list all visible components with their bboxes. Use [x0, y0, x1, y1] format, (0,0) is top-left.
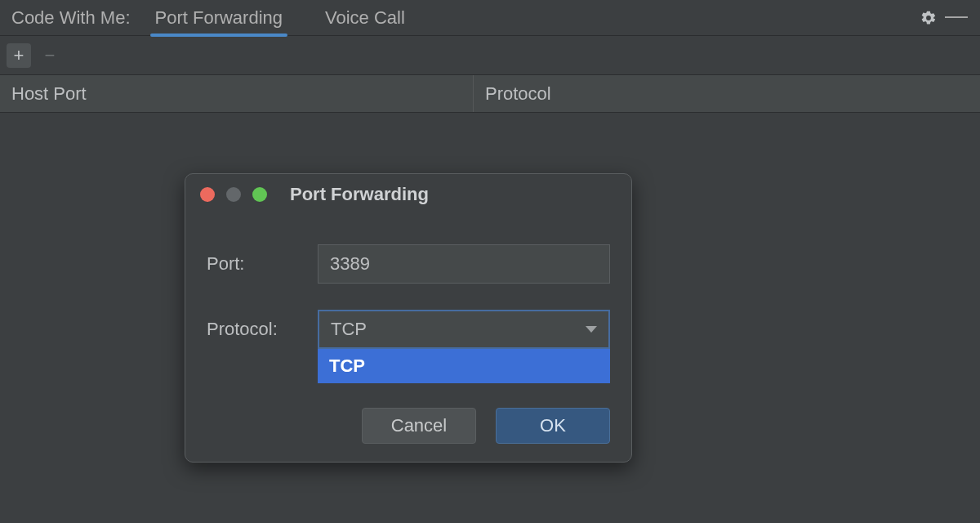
- minus-icon: −: [45, 45, 56, 66]
- add-button[interactable]: +: [7, 43, 31, 68]
- protocol-option-tcp[interactable]: TCP: [318, 349, 610, 383]
- close-icon[interactable]: [200, 187, 215, 202]
- tab-voice-call[interactable]: Voice Call: [320, 0, 410, 36]
- port-table-header: Host Port Protocol: [0, 75, 980, 113]
- minimize-icon[interactable]: [226, 187, 241, 202]
- port-row: Port:: [185, 244, 631, 284]
- remove-button[interactable]: −: [38, 43, 62, 68]
- column-host-port[interactable]: Host Port: [0, 75, 474, 112]
- port-input[interactable]: [318, 244, 610, 284]
- chevron-down-icon: [586, 326, 597, 333]
- protocol-select[interactable]: TCP TCP: [318, 310, 610, 349]
- protocol-label: Protocol:: [207, 319, 318, 340]
- dialog-title: Port Forwarding: [290, 184, 429, 205]
- column-protocol[interactable]: Protocol: [474, 75, 980, 112]
- port-forwarding-toolbar: + −: [0, 36, 980, 75]
- dialog-buttons: Cancel OK: [185, 408, 631, 444]
- port-label: Port:: [207, 253, 318, 275]
- hide-icon[interactable]: —: [942, 4, 970, 32]
- dialog-titlebar: Port Forwarding: [185, 174, 631, 215]
- tool-window-tabs: Code With Me: Port Forwarding Voice Call…: [0, 0, 980, 36]
- protocol-row: Protocol: TCP TCP: [185, 310, 631, 349]
- protocol-select-value: TCP: [331, 319, 367, 340]
- tab-port-forwarding[interactable]: Port Forwarding: [150, 0, 288, 36]
- cancel-button[interactable]: Cancel: [362, 408, 476, 444]
- port-forwarding-dialog: Port Forwarding Port: Protocol: TCP TCP …: [185, 173, 632, 463]
- tool-window-title: Code With Me:: [11, 7, 131, 29]
- ok-button[interactable]: OK: [496, 408, 610, 444]
- protocol-dropdown: TCP: [318, 349, 610, 383]
- gear-icon[interactable]: [915, 4, 942, 32]
- plus-icon: +: [14, 45, 24, 66]
- zoom-icon[interactable]: [252, 187, 267, 202]
